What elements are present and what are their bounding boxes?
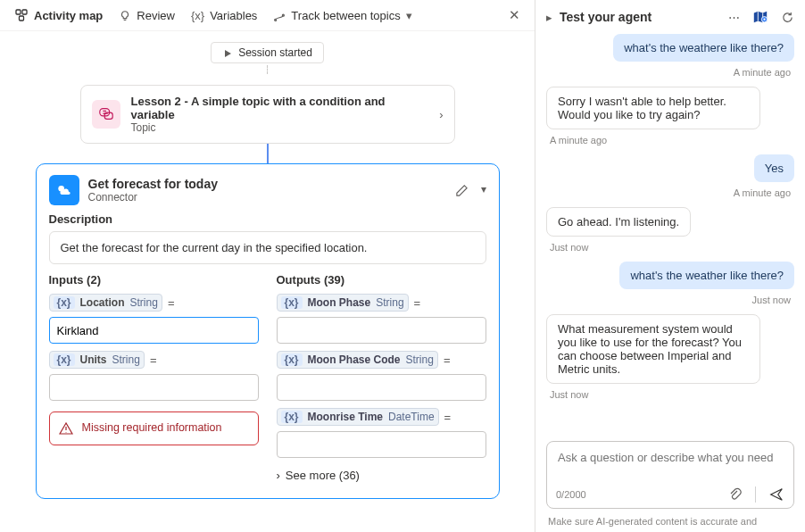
panel-title: Test your agent xyxy=(560,10,721,24)
inputs-header: Inputs (2) xyxy=(49,273,259,287)
svg-point-9 xyxy=(763,19,765,21)
connector-title: Get forecast for today xyxy=(88,177,218,191)
tab-label: Track between topics xyxy=(291,9,400,22)
var-name: Units xyxy=(80,353,107,366)
output-var-moonrise-time[interactable]: {x} Moonrise Time DateTime xyxy=(277,408,439,426)
equals-glyph: = xyxy=(444,353,451,367)
var-name: Location xyxy=(80,296,125,309)
chat-icon xyxy=(92,100,120,129)
timestamp: A minute ago xyxy=(734,187,791,198)
chat-log[interactable]: what's the weathere like there? A minute… xyxy=(535,34,805,436)
var-type: DateTime xyxy=(388,411,435,423)
error-text: Missing required information xyxy=(82,421,222,434)
chevron-right-icon: › xyxy=(277,469,280,482)
output-var-moon-phase[interactable]: {x} Moon Phase String xyxy=(277,294,409,312)
svg-rect-0 xyxy=(16,10,21,14)
tab-variables[interactable]: {x} Variables xyxy=(191,9,257,22)
chevron-down-icon[interactable]: ▾ xyxy=(481,183,486,197)
topic-subtitle: Topic xyxy=(131,121,429,134)
chevron-down-icon: ▾ xyxy=(406,9,412,22)
connector-node[interactable]: Get forecast for today Connector ▾ Descr… xyxy=(36,163,500,499)
edit-icon[interactable] xyxy=(455,183,469,197)
map-node-icon xyxy=(14,8,29,23)
var-name: Moon Phase xyxy=(308,296,371,309)
lightbulb-icon xyxy=(119,8,131,22)
char-count: 0/2000 xyxy=(556,489,586,500)
chat-textarea[interactable] xyxy=(556,449,784,481)
output-value[interactable] xyxy=(277,374,486,401)
description-label: Description xyxy=(49,212,486,226)
timestamp: Just now xyxy=(550,242,588,253)
tab-track[interactable]: Track between topics ▾ xyxy=(273,8,411,22)
tab-label: Review xyxy=(137,9,175,22)
chat-message-user: what's the weathere like there? xyxy=(613,34,794,62)
chat-message-user: Yes xyxy=(754,154,794,182)
variable-glyph-icon: {x} xyxy=(281,411,303,423)
variable-glyph-icon: {x} xyxy=(281,353,303,366)
close-button[interactable]: ✕ xyxy=(509,7,520,23)
var-type: String xyxy=(406,353,434,366)
attach-icon[interactable] xyxy=(728,487,743,503)
connector-subtitle: Connector xyxy=(88,191,218,204)
svg-rect-1 xyxy=(22,10,27,14)
send-icon[interactable] xyxy=(768,486,784,503)
warning-icon xyxy=(59,421,73,436)
outputs-header: Outputs (39) xyxy=(277,273,486,287)
see-more-button[interactable]: › See more (36) xyxy=(277,469,486,482)
timestamp: Just now xyxy=(752,295,791,305)
session-label: Session started xyxy=(238,46,312,59)
equals-glyph: = xyxy=(414,296,421,310)
map-icon[interactable] xyxy=(752,9,768,25)
activity-map-pane: Activity map Review {x} Variables Track … xyxy=(0,0,535,532)
units-input[interactable] xyxy=(49,374,259,401)
output-var-moon-phase-code[interactable]: {x} Moon Phase Code String xyxy=(277,351,438,369)
topic-text: Lesson 2 - A simple topic with a conditi… xyxy=(131,95,429,134)
inputs-column: Inputs (2) {x} Location String = {x} xyxy=(49,273,259,482)
braces-icon: {x} xyxy=(191,9,204,22)
variable-glyph-icon: {x} xyxy=(54,353,75,366)
chat-message-bot: Go ahead. I'm listening. xyxy=(546,207,691,237)
toolbar: Activity map Review {x} Variables Track … xyxy=(0,0,535,31)
see-more-label: See more (36) xyxy=(286,469,360,482)
weather-icon xyxy=(49,175,79,205)
var-name: Moonrise Time xyxy=(308,411,383,423)
variable-glyph-icon: {x} xyxy=(54,296,75,309)
timestamp: A minute ago xyxy=(550,135,607,145)
timestamp: Just now xyxy=(550,389,588,400)
topic-node[interactable]: Lesson 2 - A simple topic with a conditi… xyxy=(80,85,455,144)
tab-label: Variables xyxy=(210,9,257,22)
input-var-location[interactable]: {x} Location String xyxy=(49,294,162,312)
description-text: Get the forecast for the current day in … xyxy=(49,231,486,264)
input-var-units[interactable]: {x} Units String xyxy=(49,351,145,369)
session-start-node[interactable]: Session started xyxy=(211,42,324,63)
var-type: String xyxy=(112,353,140,366)
var-name: Moon Phase Code xyxy=(308,353,401,366)
validation-error: Missing required information xyxy=(49,411,259,445)
equals-glyph: = xyxy=(168,296,175,310)
tab-activity-map[interactable]: Activity map xyxy=(14,8,103,23)
tab-label: Activity map xyxy=(34,9,103,22)
route-icon xyxy=(273,8,286,22)
var-type: String xyxy=(130,296,158,309)
tab-review[interactable]: Review xyxy=(119,8,175,22)
disclaimer: Make sure AI-generated content is accura… xyxy=(535,514,805,532)
topic-title: Lesson 2 - A simple topic with a conditi… xyxy=(131,95,429,121)
chat-message-user: what's the weather like there? xyxy=(619,262,794,289)
location-input[interactable] xyxy=(49,317,259,344)
chat-message-bot: Sorry I wasn't able to help better. Woul… xyxy=(546,87,760,129)
output-value[interactable] xyxy=(277,431,486,458)
collapse-icon[interactable]: ▸ xyxy=(546,11,552,24)
more-icon[interactable]: ⋯ xyxy=(728,11,740,24)
variable-glyph-icon: {x} xyxy=(281,296,303,309)
chat-input[interactable]: 0/2000 xyxy=(546,441,794,509)
canvas[interactable]: Session started Lesson 2 - A simple topi… xyxy=(0,31,535,532)
refresh-icon[interactable] xyxy=(781,10,794,24)
chevron-right-icon: › xyxy=(439,108,443,121)
output-value[interactable] xyxy=(277,317,486,344)
node-actions: ▾ xyxy=(455,183,486,197)
outputs-column: Outputs (39) {x} Moon Phase String = {x} xyxy=(277,273,486,482)
play-icon xyxy=(222,46,233,59)
timestamp: A minute ago xyxy=(734,67,791,78)
equals-glyph: = xyxy=(150,353,157,367)
test-agent-panel: ▸ Test your agent ⋯ what's the weathere … xyxy=(535,0,805,532)
